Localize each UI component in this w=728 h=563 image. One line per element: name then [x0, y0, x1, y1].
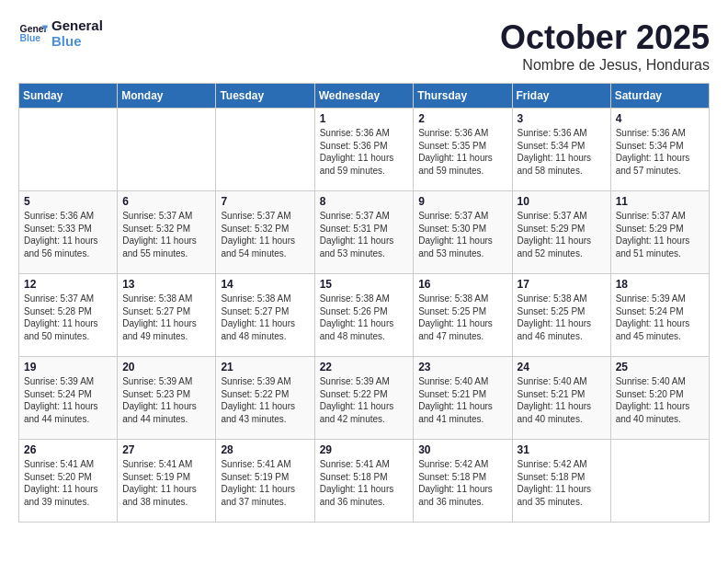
- calendar-week-row: 5Sunrise: 5:36 AM Sunset: 5:33 PM Daylig…: [19, 191, 710, 274]
- day-number: 7: [221, 195, 309, 208]
- day-info: Sunrise: 5:38 AM Sunset: 5:25 PM Dayligh…: [418, 293, 506, 342]
- calendar-cell: 1Sunrise: 5:36 AM Sunset: 5:36 PM Daylig…: [314, 109, 414, 191]
- day-number: 23: [418, 361, 506, 373]
- weekday-header-saturday: Saturday: [610, 84, 709, 109]
- day-info: Sunrise: 5:39 AM Sunset: 5:22 PM Dayligh…: [320, 375, 409, 425]
- day-info: Sunrise: 5:39 AM Sunset: 5:23 PM Dayligh…: [122, 375, 210, 425]
- day-number: 27: [122, 443, 210, 456]
- month-title: October 2025: [500, 18, 710, 57]
- weekday-header-row: SundayMondayTuesdayWednesdayThursdayFrid…: [19, 84, 710, 109]
- day-number: 28: [221, 443, 309, 456]
- day-info: Sunrise: 5:40 AM Sunset: 5:21 PM Dayligh…: [418, 375, 506, 425]
- calendar-cell: 17Sunrise: 5:38 AM Sunset: 5:25 PM Dayli…: [512, 274, 610, 357]
- calendar-cell: 15Sunrise: 5:38 AM Sunset: 5:26 PM Dayli…: [314, 274, 414, 357]
- calendar-cell: 8Sunrise: 5:37 AM Sunset: 5:31 PM Daylig…: [314, 191, 414, 274]
- calendar-cell: 2Sunrise: 5:36 AM Sunset: 5:35 PM Daylig…: [414, 109, 512, 191]
- day-info: Sunrise: 5:38 AM Sunset: 5:26 PM Dayligh…: [320, 293, 409, 342]
- day-info: Sunrise: 5:39 AM Sunset: 5:24 PM Dayligh…: [616, 293, 704, 342]
- calendar-cell: 7Sunrise: 5:37 AM Sunset: 5:32 PM Daylig…: [216, 191, 314, 274]
- day-number: 1: [320, 112, 409, 125]
- calendar-cell: 23Sunrise: 5:40 AM Sunset: 5:21 PM Dayli…: [414, 357, 512, 440]
- day-info: Sunrise: 5:37 AM Sunset: 5:28 PM Dayligh…: [24, 293, 112, 342]
- logo: General Blue General Blue General Blue: [18, 18, 103, 49]
- day-number: 15: [320, 278, 409, 291]
- day-info: Sunrise: 5:36 AM Sunset: 5:36 PM Dayligh…: [320, 127, 409, 177]
- calendar-cell: 25Sunrise: 5:40 AM Sunset: 5:20 PM Dayli…: [610, 357, 709, 440]
- day-number: 11: [616, 195, 704, 208]
- day-number: 20: [122, 361, 210, 373]
- weekday-header-thursday: Thursday: [414, 84, 512, 109]
- calendar-cell: [216, 109, 314, 191]
- day-info: Sunrise: 5:40 AM Sunset: 5:20 PM Dayligh…: [616, 375, 704, 425]
- weekday-header-tuesday: Tuesday: [216, 84, 314, 109]
- day-number: 8: [320, 195, 409, 208]
- weekday-header-wednesday: Wednesday: [314, 84, 414, 109]
- day-number: 22: [320, 361, 409, 373]
- day-number: 21: [221, 361, 309, 373]
- weekday-header-monday: Monday: [118, 84, 216, 109]
- day-info: Sunrise: 5:41 AM Sunset: 5:20 PM Dayligh…: [24, 458, 112, 508]
- calendar-cell: 5Sunrise: 5:36 AM Sunset: 5:33 PM Daylig…: [19, 191, 118, 274]
- calendar-cell: [610, 440, 709, 523]
- calendar-cell: 6Sunrise: 5:37 AM Sunset: 5:32 PM Daylig…: [118, 191, 216, 274]
- title-area: October 2025 Nombre de Jesus, Honduras: [500, 18, 710, 74]
- day-number: 30: [418, 443, 506, 456]
- logo-icon: General Blue: [18, 19, 48, 49]
- day-info: Sunrise: 5:37 AM Sunset: 5:29 PM Dayligh…: [518, 210, 606, 259]
- calendar-cell: 24Sunrise: 5:40 AM Sunset: 5:21 PM Dayli…: [512, 357, 610, 440]
- calendar-cell: 19Sunrise: 5:39 AM Sunset: 5:24 PM Dayli…: [19, 357, 118, 440]
- day-info: Sunrise: 5:40 AM Sunset: 5:21 PM Dayligh…: [518, 375, 606, 425]
- calendar-cell: 22Sunrise: 5:39 AM Sunset: 5:22 PM Dayli…: [314, 357, 414, 440]
- calendar-week-row: 19Sunrise: 5:39 AM Sunset: 5:24 PM Dayli…: [19, 357, 710, 440]
- day-info: Sunrise: 5:38 AM Sunset: 5:27 PM Dayligh…: [122, 293, 210, 342]
- location-title: Nombre de Jesus, Honduras: [500, 57, 710, 74]
- day-number: 9: [418, 195, 506, 208]
- day-number: 26: [24, 443, 112, 456]
- calendar-cell: 11Sunrise: 5:37 AM Sunset: 5:29 PM Dayli…: [610, 191, 709, 274]
- day-number: 29: [320, 443, 409, 456]
- calendar-cell: 12Sunrise: 5:37 AM Sunset: 5:28 PM Dayli…: [19, 274, 118, 357]
- calendar-cell: 29Sunrise: 5:41 AM Sunset: 5:18 PM Dayli…: [314, 440, 414, 523]
- calendar-week-row: 26Sunrise: 5:41 AM Sunset: 5:20 PM Dayli…: [19, 440, 710, 523]
- day-info: Sunrise: 5:37 AM Sunset: 5:32 PM Dayligh…: [221, 210, 309, 259]
- day-info: Sunrise: 5:36 AM Sunset: 5:35 PM Dayligh…: [418, 127, 506, 177]
- day-info: Sunrise: 5:42 AM Sunset: 5:18 PM Dayligh…: [418, 458, 506, 508]
- weekday-header-friday: Friday: [512, 84, 610, 109]
- day-number: 13: [122, 278, 210, 291]
- day-info: Sunrise: 5:37 AM Sunset: 5:30 PM Dayligh…: [418, 210, 506, 259]
- day-number: 16: [418, 278, 506, 291]
- day-info: Sunrise: 5:37 AM Sunset: 5:31 PM Dayligh…: [320, 210, 409, 259]
- calendar-cell: 31Sunrise: 5:42 AM Sunset: 5:18 PM Dayli…: [512, 440, 610, 523]
- day-number: 4: [616, 112, 704, 125]
- day-number: 5: [24, 195, 112, 208]
- calendar-cell: 9Sunrise: 5:37 AM Sunset: 5:30 PM Daylig…: [414, 191, 512, 274]
- day-number: 19: [24, 361, 112, 373]
- day-number: 12: [24, 278, 112, 291]
- day-number: 2: [418, 112, 506, 125]
- calendar-cell: 13Sunrise: 5:38 AM Sunset: 5:27 PM Dayli…: [118, 274, 216, 357]
- day-info: Sunrise: 5:36 AM Sunset: 5:33 PM Dayligh…: [24, 210, 112, 259]
- calendar-cell: 27Sunrise: 5:41 AM Sunset: 5:19 PM Dayli…: [118, 440, 216, 523]
- day-info: Sunrise: 5:41 AM Sunset: 5:19 PM Dayligh…: [221, 458, 309, 508]
- day-number: 6: [122, 195, 210, 208]
- svg-text:Blue: Blue: [20, 33, 41, 43]
- day-info: Sunrise: 5:37 AM Sunset: 5:32 PM Dayligh…: [122, 210, 210, 259]
- day-number: 25: [616, 361, 704, 373]
- calendar-cell: [118, 109, 216, 191]
- day-info: Sunrise: 5:39 AM Sunset: 5:24 PM Dayligh…: [24, 375, 112, 425]
- calendar-week-row: 12Sunrise: 5:37 AM Sunset: 5:28 PM Dayli…: [19, 274, 710, 357]
- calendar-cell: 21Sunrise: 5:39 AM Sunset: 5:22 PM Dayli…: [216, 357, 314, 440]
- page-header: General Blue General Blue General Blue O…: [18, 18, 710, 74]
- day-number: 14: [221, 278, 309, 291]
- day-info: Sunrise: 5:38 AM Sunset: 5:27 PM Dayligh…: [221, 293, 309, 342]
- day-info: Sunrise: 5:37 AM Sunset: 5:29 PM Dayligh…: [616, 210, 704, 259]
- calendar-cell: 18Sunrise: 5:39 AM Sunset: 5:24 PM Dayli…: [610, 274, 709, 357]
- calendar-cell: 14Sunrise: 5:38 AM Sunset: 5:27 PM Dayli…: [216, 274, 314, 357]
- calendar-cell: [19, 109, 118, 191]
- day-info: Sunrise: 5:36 AM Sunset: 5:34 PM Dayligh…: [518, 127, 606, 177]
- calendar-cell: 30Sunrise: 5:42 AM Sunset: 5:18 PM Dayli…: [414, 440, 512, 523]
- day-number: 18: [616, 278, 704, 291]
- day-info: Sunrise: 5:41 AM Sunset: 5:19 PM Dayligh…: [122, 458, 210, 508]
- day-number: 10: [518, 195, 606, 208]
- day-info: Sunrise: 5:38 AM Sunset: 5:25 PM Dayligh…: [518, 293, 606, 342]
